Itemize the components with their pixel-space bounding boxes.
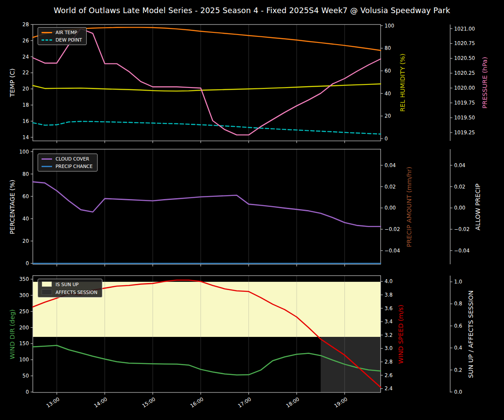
temperature-humidity-pressure-ytick-label-right1: 40: [385, 91, 391, 97]
wind-sun-ytick-label-right1: 2.8: [385, 359, 392, 365]
wind-sun-ytick-label-left: 350: [0, 276, 29, 282]
wind-sun-ytick-label-left: 300: [0, 292, 29, 298]
cloud-precip-ytick-label-right2: 0.02: [454, 184, 466, 190]
cloud-precip-ytick-label-left: 100: [0, 149, 29, 155]
wind-sun-ytick-label-right2: 0.6: [454, 323, 462, 329]
legend-label: IS SUN UP: [56, 282, 79, 287]
temperature-humidity-pressure-ytick-label-right2: 1019.25: [454, 130, 475, 136]
legend-item-cloud-cover: CLOUD COVER: [42, 156, 93, 161]
legend-swatch-affects-session: [42, 289, 52, 295]
series-cloud-cover: [33, 182, 381, 227]
legend-swatch-is-sun-up: [42, 281, 52, 287]
wind-sun-ytick-label-right1: 3.6: [385, 305, 392, 312]
temperature-humidity-pressure-ytick-label-right2: 1019.50: [454, 115, 475, 121]
wind-sun-ytick-label-right2: 0.4: [454, 345, 462, 351]
wind-sun-left-axis-label: WIND DIR (deg): [9, 309, 16, 359]
temperature-humidity-pressure-ytick-label-left: 16: [0, 118, 29, 124]
series-dew-point: [33, 122, 381, 134]
temperature-humidity-pressure-ytick-label-right1: 0: [385, 136, 388, 142]
wind-sun-ytick-label-right2: 1.0: [454, 279, 462, 285]
cloud-precip-ytick-label-left: 20: [0, 238, 29, 244]
temperature-humidity-pressure-right1-axis-label: REL HUMIDITY (%): [399, 53, 406, 112]
temperature-humidity-pressure-ytick-label-right1: 60: [385, 68, 391, 74]
temperature-humidity-pressure-ytick-label-left: 28: [0, 21, 29, 28]
temperature-humidity-pressure-ytick-label-left: 18: [0, 102, 29, 108]
wind-sun-ytick-label-right1: 2.4: [385, 385, 392, 392]
wind-sun-ytick-label-right1: 3.8: [385, 292, 392, 298]
cloud-precip-ytick-label-right1: 0.04: [385, 162, 396, 168]
cloud-precip-ytick-label-right2: −0.04: [454, 248, 469, 254]
cloud-precip-ytick-label-left: 0: [0, 260, 29, 266]
legend-swatch-air-temp: [42, 32, 52, 33]
temperature-humidity-pressure-legend: AIR TEMPDEW POINT: [38, 27, 87, 45]
wind-sun-ytick-label-left: 50: [0, 373, 29, 379]
wind-sun-ytick-label-right1: 4.0: [385, 278, 392, 284]
wind-sun-ytick-label-right1: 3.0: [385, 345, 392, 351]
legend-label: PRECIP CHANCE: [56, 164, 93, 169]
legend-label: CLOUD COVER: [56, 156, 89, 161]
cloud-precip-ytick-label-right1: 0.02: [385, 184, 396, 190]
weather-forecast-figure: World of Outlaws Late Model Series - 202…: [0, 0, 504, 420]
temperature-humidity-pressure-right2-axis-label: PRESSURE (hPa): [481, 57, 488, 108]
temperature-humidity-pressure-ytick-label-right1: 80: [385, 45, 391, 51]
wind-sun-right1-axis-label: WIND SPEED (m/s): [397, 304, 404, 364]
cloud-precip-ytick-label-right2: −0.02: [454, 226, 469, 232]
cloud-precip-ytick-label-right2: 0.04: [454, 162, 466, 168]
cloud-precip-right2-axis-label: ALLOW PRECIP: [474, 183, 481, 230]
temperature-humidity-pressure-ytick-label-right2: 1020.50: [454, 55, 475, 61]
temperature-humidity-pressure-ytick-label-left: 14: [0, 134, 29, 140]
wind-sun-ytick-label-left: 0: [0, 389, 29, 395]
temperature-humidity-pressure-ytick-label-left: 26: [0, 38, 29, 44]
legend-label: AIR TEMP: [56, 30, 77, 35]
cloud-precip-ytick-label-left: 80: [0, 171, 29, 177]
temperature-humidity-pressure-ytick-label-right2: 1021.00: [454, 26, 475, 32]
legend-item-affects-session: AFFECTS SESSION: [42, 289, 98, 295]
cloud-precip-ytick-label-right2: 0.00: [454, 205, 466, 211]
cloud-precip-ytick-label-right1: −0.04: [385, 248, 400, 254]
temperature-humidity-pressure-ytick-label-right2: 1020.25: [454, 70, 475, 76]
temperature-humidity-pressure-ytick-label-right1: 20: [385, 113, 391, 119]
temperature-humidity-pressure-ytick-label-left: 24: [0, 54, 29, 60]
legend-item-is-sun-up: IS SUN UP: [42, 281, 98, 287]
temperature-humidity-pressure-ytick-label-right2: 1020.00: [454, 85, 475, 91]
temperature-humidity-pressure-left-axis-label: TEMP (C): [9, 68, 16, 97]
wind-sun-right2-axis-label: SUN UP / AFFECTS SESSION: [467, 290, 474, 378]
cloud-precip-legend: CLOUD COVERPRECIP CHANCE: [38, 154, 98, 172]
legend-item-precip-chance: PRECIP CHANCE: [42, 164, 93, 169]
cloud-precip-right1-axis-label: PRECIP AMOUNT (mm/hr): [406, 166, 413, 247]
wind-sun-ytick-label-right2: 0.8: [454, 301, 462, 307]
legend-swatch-dew-point: [42, 39, 52, 41]
cloud-precip-left-axis-label: PERCENTAGE (%): [9, 179, 16, 234]
cloud-precip-ytick-label-right1: −0.02: [385, 226, 400, 232]
temperature-humidity-pressure-ytick-label-right1: 100: [385, 23, 394, 29]
wind-sun-ytick-label-right2: 0.0: [454, 389, 462, 395]
wind-sun-ytick-label-right1: 3.4: [385, 318, 392, 325]
legend-item-air-temp: AIR TEMP: [42, 30, 82, 35]
wind-sun-ytick-label-right2: 0.2: [454, 367, 462, 373]
legend-item-dew-point: DEW POINT: [42, 37, 82, 42]
legend-swatch-cloud-cover: [42, 158, 52, 160]
wind-sun-ytick-label-right1: 3.2: [385, 332, 392, 338]
temperature-humidity-pressure-ytick-label-right2: 1019.75: [454, 100, 475, 106]
temperature-humidity-pressure-ytick-label-right2: 1020.75: [454, 40, 475, 46]
wind-sun-legend: IS SUN UPAFFECTS SESSION: [38, 279, 102, 298]
wind-sun-ytick-label-right1: 2.6: [385, 372, 392, 378]
legend-swatch-precip-chance: [42, 166, 52, 167]
legend-label: DEW POINT: [56, 37, 82, 42]
legend-label: AFFECTS SESSION: [56, 290, 98, 295]
chart-canvas: [0, 0, 504, 420]
cloud-precip-ytick-label-right1: 0.00: [385, 205, 396, 211]
